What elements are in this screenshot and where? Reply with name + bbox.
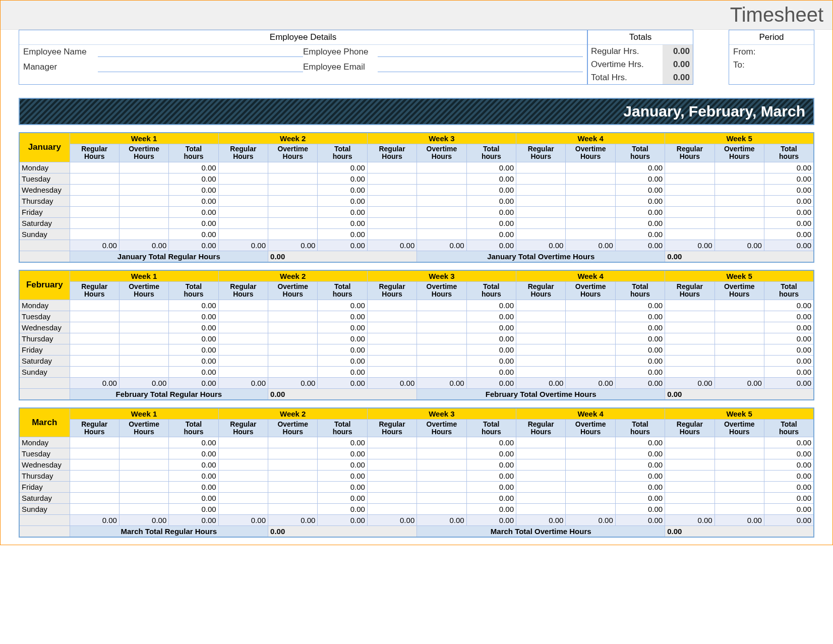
hours-input-cell[interactable] (70, 482, 119, 493)
hours-input-cell[interactable] (268, 448, 318, 459)
hours-input-cell[interactable] (367, 344, 416, 355)
hours-input-cell[interactable] (665, 344, 715, 355)
hours-input-cell[interactable] (119, 217, 168, 228)
hours-input-cell[interactable] (268, 471, 318, 482)
hours-input-cell[interactable] (268, 493, 318, 504)
hours-input-cell[interactable] (367, 217, 416, 228)
hours-input-cell[interactable] (665, 206, 715, 217)
hours-input-cell[interactable] (119, 437, 168, 448)
hours-input-cell[interactable] (70, 184, 119, 195)
hours-input-cell[interactable] (715, 228, 764, 240)
employee-phone-input[interactable] (378, 48, 583, 57)
hours-input-cell[interactable] (268, 195, 318, 206)
hours-input-cell[interactable] (516, 482, 566, 493)
hours-input-cell[interactable] (665, 300, 715, 311)
hours-input-cell[interactable] (665, 366, 715, 377)
hours-input-cell[interactable] (566, 366, 615, 377)
hours-input-cell[interactable] (566, 471, 615, 482)
hours-input-cell[interactable] (70, 217, 119, 228)
hours-input-cell[interactable] (516, 437, 566, 448)
hours-input-cell[interactable] (516, 311, 566, 322)
hours-input-cell[interactable] (70, 228, 119, 240)
hours-input-cell[interactable] (268, 333, 318, 344)
hours-input-cell[interactable] (516, 504, 566, 515)
hours-input-cell[interactable] (516, 184, 566, 195)
hours-input-cell[interactable] (218, 366, 268, 377)
hours-input-cell[interactable] (367, 493, 416, 504)
hours-input-cell[interactable] (715, 459, 764, 471)
hours-input-cell[interactable] (417, 448, 466, 459)
hours-input-cell[interactable] (516, 206, 566, 217)
hours-input-cell[interactable] (516, 459, 566, 471)
hours-input-cell[interactable] (119, 228, 168, 240)
hours-input-cell[interactable] (119, 206, 168, 217)
hours-input-cell[interactable] (566, 228, 615, 240)
hours-input-cell[interactable] (218, 162, 268, 173)
hours-input-cell[interactable] (70, 437, 119, 448)
hours-input-cell[interactable] (367, 195, 416, 206)
hours-input-cell[interactable] (367, 366, 416, 377)
hours-input-cell[interactable] (268, 228, 318, 240)
hours-input-cell[interactable] (119, 300, 168, 311)
hours-input-cell[interactable] (566, 217, 615, 228)
hours-input-cell[interactable] (566, 173, 615, 184)
hours-input-cell[interactable] (367, 437, 416, 448)
hours-input-cell[interactable] (268, 184, 318, 195)
hours-input-cell[interactable] (367, 504, 416, 515)
hours-input-cell[interactable] (119, 333, 168, 344)
hours-input-cell[interactable] (715, 322, 764, 333)
hours-input-cell[interactable] (367, 228, 416, 240)
hours-input-cell[interactable] (665, 228, 715, 240)
hours-input-cell[interactable] (516, 366, 566, 377)
hours-input-cell[interactable] (665, 195, 715, 206)
hours-input-cell[interactable] (268, 459, 318, 471)
hours-input-cell[interactable] (665, 471, 715, 482)
hours-input-cell[interactable] (665, 437, 715, 448)
hours-input-cell[interactable] (218, 311, 268, 322)
hours-input-cell[interactable] (119, 471, 168, 482)
hours-input-cell[interactable] (566, 482, 615, 493)
hours-input-cell[interactable] (715, 195, 764, 206)
hours-input-cell[interactable] (218, 195, 268, 206)
hours-input-cell[interactable] (665, 311, 715, 322)
hours-input-cell[interactable] (417, 206, 466, 217)
hours-input-cell[interactable] (268, 437, 318, 448)
hours-input-cell[interactable] (516, 471, 566, 482)
hours-input-cell[interactable] (218, 344, 268, 355)
hours-input-cell[interactable] (70, 448, 119, 459)
hours-input-cell[interactable] (119, 173, 168, 184)
hours-input-cell[interactable] (268, 173, 318, 184)
employee-name-input[interactable] (98, 48, 303, 57)
hours-input-cell[interactable] (218, 333, 268, 344)
hours-input-cell[interactable] (70, 504, 119, 515)
hours-input-cell[interactable] (119, 482, 168, 493)
hours-input-cell[interactable] (268, 482, 318, 493)
hours-input-cell[interactable] (367, 311, 416, 322)
hours-input-cell[interactable] (417, 217, 466, 228)
hours-input-cell[interactable] (516, 448, 566, 459)
hours-input-cell[interactable] (715, 482, 764, 493)
hours-input-cell[interactable] (566, 493, 615, 504)
hours-input-cell[interactable] (566, 504, 615, 515)
hours-input-cell[interactable] (665, 482, 715, 493)
hours-input-cell[interactable] (516, 162, 566, 173)
hours-input-cell[interactable] (516, 300, 566, 311)
hours-input-cell[interactable] (70, 195, 119, 206)
hours-input-cell[interactable] (367, 459, 416, 471)
hours-input-cell[interactable] (218, 217, 268, 228)
hours-input-cell[interactable] (70, 355, 119, 366)
hours-input-cell[interactable] (715, 504, 764, 515)
hours-input-cell[interactable] (268, 355, 318, 366)
hours-input-cell[interactable] (70, 206, 119, 217)
hours-input-cell[interactable] (715, 437, 764, 448)
hours-input-cell[interactable] (566, 184, 615, 195)
hours-input-cell[interactable] (715, 173, 764, 184)
hours-input-cell[interactable] (715, 184, 764, 195)
hours-input-cell[interactable] (665, 162, 715, 173)
hours-input-cell[interactable] (218, 437, 268, 448)
hours-input-cell[interactable] (268, 504, 318, 515)
hours-input-cell[interactable] (417, 344, 466, 355)
hours-input-cell[interactable] (566, 311, 615, 322)
hours-input-cell[interactable] (665, 504, 715, 515)
hours-input-cell[interactable] (218, 493, 268, 504)
